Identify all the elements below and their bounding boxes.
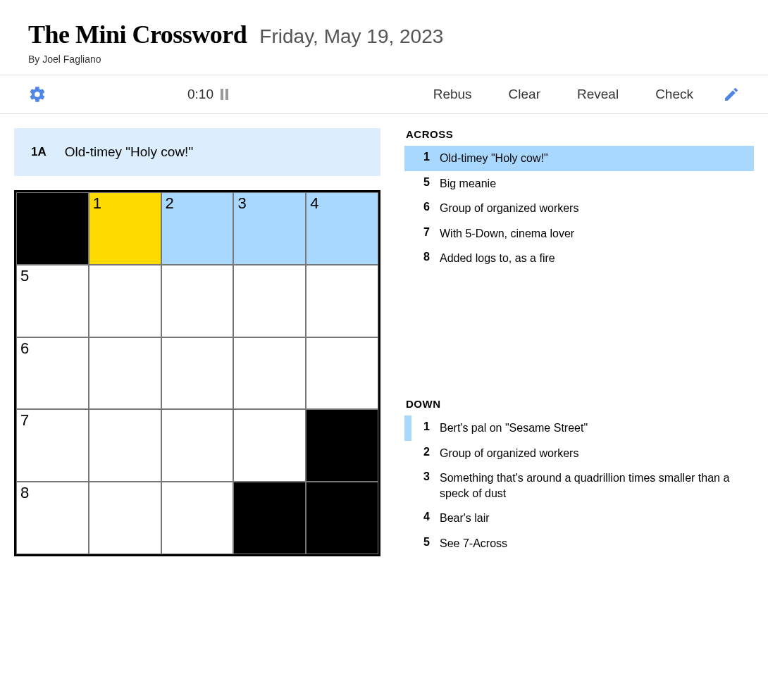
pause-icon [221, 89, 230, 100]
cell-number: 8 [20, 484, 29, 502]
current-clue-text: Old-timey "Holy cow!" [65, 144, 193, 160]
down-clue-list: DOWN 1Bert's pal on "Sesame Street"2Grou… [404, 398, 754, 556]
grid-cell[interactable] [233, 265, 306, 337]
grid-cell[interactable] [89, 482, 161, 554]
down-clue-row[interactable]: 5See 7-Across [404, 531, 754, 556]
down-clue-row[interactable]: 3Something that's around a quadrillion t… [404, 465, 754, 506]
grid-cell[interactable] [161, 337, 234, 410]
down-clue-row[interactable]: 1Bert's pal on "Sesame Street" [404, 415, 754, 441]
down-clue-row[interactable]: 2Group of organized workers [404, 441, 754, 466]
clue-number: 5 [417, 176, 430, 189]
cell-number: 2 [166, 194, 174, 213]
toolbar-menu: Rebus Clear Reveal Check [433, 87, 693, 102]
across-clue-list: ACROSS 1Old-timey "Holy cow!"5Big meanie… [404, 128, 754, 271]
grid-cell [233, 482, 306, 554]
clue-text: With 5-Down, cinema lover [440, 226, 574, 242]
header: The Mini Crossword Friday, May 19, 2023 … [0, 0, 768, 75]
grid-cell[interactable] [233, 409, 306, 482]
grid-cell[interactable] [89, 409, 161, 482]
clear-button[interactable]: Clear [509, 87, 540, 102]
down-heading: DOWN [404, 398, 754, 410]
clue-text: Old-timey "Holy cow!" [440, 151, 548, 166]
across-clue-row[interactable]: 6Group of organized workers [404, 196, 754, 221]
across-clue-row[interactable]: 5Big meanie [404, 171, 754, 196]
left-column: 1A Old-timey "Holy cow!" 12345678 [14, 128, 380, 556]
timer[interactable]: 0:10 [187, 87, 230, 102]
cell-number: 1 [93, 194, 101, 213]
clue-number: 1 [417, 151, 430, 163]
across-clue-row[interactable]: 1Old-timey "Holy cow!" [404, 146, 754, 171]
toolbar: 0:10 Rebus Clear Reveal Check [0, 75, 768, 114]
down-clue-row[interactable]: 4Bear's lair [404, 506, 754, 531]
clue-text: Something that's around a quadrillion ti… [440, 470, 747, 501]
grid-cell[interactable] [89, 337, 161, 410]
pencil-icon[interactable] [723, 86, 740, 103]
page-title: The Mini Crossword [28, 20, 247, 49]
grid-cell[interactable] [161, 265, 234, 337]
grid-cell[interactable]: 4 [306, 192, 378, 265]
grid-cell [306, 482, 378, 554]
grid-cell[interactable]: 7 [16, 409, 89, 482]
clue-text: Bear's lair [440, 511, 490, 526]
grid-cell[interactable] [306, 337, 378, 410]
puzzle-date: Friday, May 19, 2023 [259, 25, 443, 48]
across-clue-row[interactable]: 8Added logs to, as a fire [404, 246, 754, 271]
clue-number: 7 [417, 226, 430, 239]
crossword-grid: 12345678 [14, 190, 380, 556]
clue-text: Group of organized workers [440, 446, 578, 461]
gear-icon[interactable] [28, 85, 47, 104]
cell-number: 3 [237, 194, 246, 213]
clue-text: Added logs to, as a fire [440, 251, 555, 266]
grid-cell[interactable] [161, 409, 234, 482]
current-clue-number: 1A [31, 145, 47, 159]
clue-number: 4 [417, 511, 430, 523]
timer-value: 0:10 [187, 87, 213, 102]
clue-number: 6 [417, 201, 430, 213]
clue-number: 1 [417, 420, 430, 433]
clue-number: 2 [417, 446, 430, 458]
cell-number: 4 [310, 194, 318, 213]
reveal-button[interactable]: Reveal [577, 87, 619, 102]
cell-number: 5 [20, 267, 29, 285]
grid-cell[interactable]: 2 [161, 192, 234, 265]
byline: By Joel Fagliano [28, 54, 740, 65]
clue-text: See 7-Across [440, 536, 507, 551]
grid-cell[interactable]: 1 [89, 192, 161, 265]
grid-cell[interactable]: 6 [16, 337, 89, 410]
right-column: ACROSS 1Old-timey "Holy cow!"5Big meanie… [404, 128, 754, 556]
current-clue-bar[interactable]: 1A Old-timey "Holy cow!" [14, 128, 380, 176]
clue-number: 8 [417, 251, 430, 263]
grid-cell [16, 192, 89, 265]
check-button[interactable]: Check [655, 87, 693, 102]
rebus-button[interactable]: Rebus [433, 87, 472, 102]
clue-number: 5 [417, 536, 430, 549]
across-heading: ACROSS [404, 128, 754, 140]
grid-cell[interactable] [161, 482, 234, 554]
clue-number: 3 [417, 470, 430, 483]
grid-cell[interactable]: 8 [16, 482, 89, 554]
grid-cell [306, 409, 378, 482]
clue-text: Bert's pal on "Sesame Street" [440, 420, 588, 436]
title-row: The Mini Crossword Friday, May 19, 2023 [28, 20, 740, 49]
grid-cell[interactable] [233, 337, 306, 410]
grid-cell[interactable]: 3 [233, 192, 306, 265]
across-clue-row[interactable]: 7With 5-Down, cinema lover [404, 221, 754, 246]
clue-text: Group of organized workers [440, 201, 578, 216]
grid-cell[interactable]: 5 [16, 265, 89, 337]
main: 1A Old-timey "Holy cow!" 12345678 ACROSS… [0, 114, 768, 570]
grid-cell[interactable] [306, 265, 378, 337]
cell-number: 6 [20, 339, 29, 358]
cell-number: 7 [20, 411, 29, 430]
grid-cell[interactable] [89, 265, 161, 337]
clue-text: Big meanie [440, 176, 496, 192]
